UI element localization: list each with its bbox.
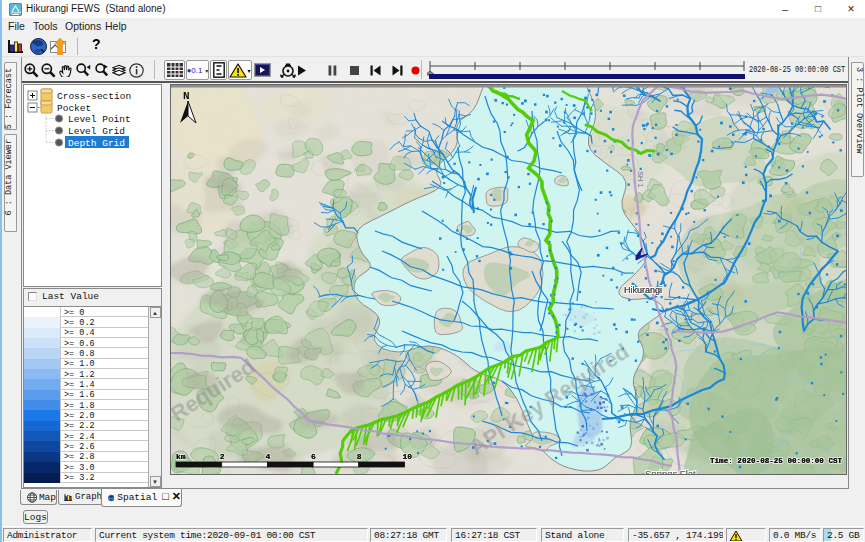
svg-text:N: N — [183, 90, 190, 102]
svg-text:SH 1: SH 1 — [636, 171, 645, 188]
svg-text:Hikurangi: Hikurangi — [624, 285, 662, 295]
svg-text:6: 6 — [311, 452, 316, 461]
svg-text:Pocket: Pocket — [57, 103, 91, 114]
svg-text:Depth Grid: Depth Grid — [68, 138, 125, 149]
svg-text:km: km — [176, 452, 186, 461]
svg-text:Cross-section: Cross-section — [57, 91, 131, 102]
svg-text:Time: 2020-08-25 00:00:00 CST: Time: 2020-08-25 00:00:00 CST — [710, 457, 843, 465]
svg-text:10: 10 — [403, 452, 413, 461]
svg-text:2: 2 — [220, 452, 225, 461]
svg-text:Level Point: Level Point — [68, 114, 131, 125]
svg-text:8: 8 — [357, 452, 362, 461]
svg-text:4: 4 — [265, 452, 270, 461]
svg-text:Level Grid: Level Grid — [68, 126, 125, 137]
svg-text:Springs Flat: Springs Flat — [645, 468, 696, 474]
